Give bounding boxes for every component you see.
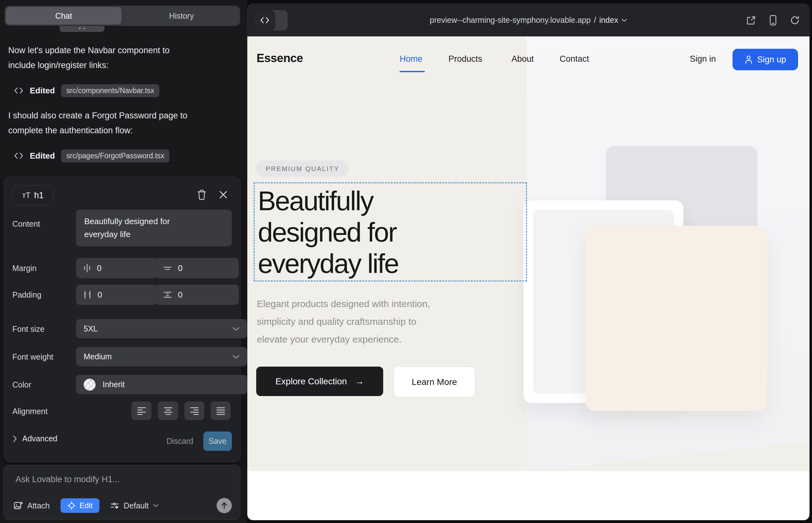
- color-value: Inherit: [103, 380, 124, 389]
- chat-history-tabs: Chat History: [4, 6, 240, 26]
- element-selection-outline: [254, 182, 527, 282]
- margin-x-input[interactable]: 0: [76, 258, 157, 278]
- font-weight-select[interactable]: Medium: [76, 347, 247, 366]
- preview-url: preview--charming-site-symphony.lovable.…: [430, 16, 590, 25]
- save-label: Save: [209, 437, 227, 446]
- user-icon: [744, 55, 753, 64]
- attach-button[interactable]: Attach: [13, 501, 50, 510]
- composer-toolbar: Attach Edit Default: [13, 497, 232, 514]
- align-center-button[interactable]: [158, 401, 178, 420]
- padding-x-input[interactable]: 0: [76, 285, 157, 305]
- hero-description-line: elevate your everyday experience.: [257, 330, 430, 348]
- send-button[interactable]: [217, 498, 232, 513]
- color-label: Color: [12, 380, 31, 390]
- arrow-right-icon: →: [355, 376, 364, 386]
- composer-placeholder: Ask Lovable to modify H1...: [16, 474, 120, 484]
- padding-y-input[interactable]: 0: [156, 285, 239, 305]
- selected-element-badge: ᴛT h1: [12, 185, 54, 205]
- advanced-label: Advanced: [22, 434, 57, 443]
- edited-file-row: Edited src/components/Navbar.tsx: [14, 83, 159, 98]
- delete-element-button[interactable]: [194, 186, 210, 203]
- color-select[interactable]: Inherit: [76, 375, 247, 394]
- advanced-expander[interactable]: Advanced: [13, 434, 57, 443]
- chat-message-line: complete the authentication flow:: [8, 123, 237, 138]
- chat-message: I should also create a Forgot Password p…: [8, 108, 237, 138]
- chevron-right-icon: [13, 435, 17, 442]
- site-logo[interactable]: Essence: [257, 52, 303, 65]
- chat-message-line: Now let's update the Navbar component to: [8, 43, 237, 58]
- url-bar[interactable]: preview--charming-site-symphony.lovable.…: [247, 4, 810, 36]
- tab-chat[interactable]: Chat: [6, 7, 122, 25]
- margin-vertical-icon: [163, 264, 172, 272]
- font-weight-value: Medium: [84, 352, 112, 361]
- font-weight-label: Font weight: [12, 353, 53, 362]
- content-input[interactable]: Beautifully designed for everyday life: [76, 210, 232, 246]
- dot: [79, 28, 81, 29]
- padding-y-value: 0: [178, 290, 182, 300]
- explore-collection-button[interactable]: Explore Collection →: [256, 366, 383, 396]
- element-editor-panel: ᴛT h1 Content Beautifully designed for e…: [4, 177, 241, 462]
- discard-label: Discard: [166, 437, 194, 446]
- align-left-button[interactable]: [131, 401, 152, 420]
- learn-more-button[interactable]: Learn More: [394, 366, 475, 397]
- element-tag-label: h1: [34, 191, 44, 200]
- open-external-icon[interactable]: [746, 15, 756, 25]
- chevron-down-icon: [232, 327, 240, 331]
- target-icon: [68, 502, 76, 510]
- align-right-button[interactable]: [184, 401, 204, 420]
- url-separator: /: [594, 16, 596, 25]
- browser-toolbar: preview--charming-site-symphony.lovable.…: [247, 4, 810, 36]
- edit-mode-button[interactable]: Edit: [60, 498, 100, 513]
- sign-up-button[interactable]: Sign up: [732, 49, 798, 70]
- chevron-down-icon: [153, 504, 159, 507]
- padding-x-value: 0: [98, 290, 102, 300]
- save-button[interactable]: Save: [203, 432, 232, 451]
- file-chip[interactable]: src/pages/ForgotPassword.tsx: [61, 149, 169, 162]
- code-icon: [14, 152, 23, 160]
- mobile-view-icon[interactable]: [769, 15, 777, 26]
- tab-history[interactable]: History: [124, 6, 239, 26]
- preview-browser-window: preview--charming-site-symphony.lovable.…: [247, 4, 810, 520]
- sign-up-label: Sign up: [757, 55, 786, 65]
- chat-message: Now let's update the Navbar component to…: [8, 43, 237, 73]
- scrolled-chip-partial: [59, 26, 105, 32]
- decorative-card-cream: [586, 226, 767, 411]
- site-viewport: Essence Home Products About Contact Sign…: [247, 36, 810, 520]
- padding-label: Padding: [12, 290, 41, 300]
- edit-label: Edit: [80, 501, 92, 510]
- browser-actions: [746, 4, 800, 36]
- margin-x-value: 0: [97, 264, 101, 273]
- chat-composer[interactable]: Ask Lovable to modify H1... Attach: [3, 465, 240, 520]
- color-swatch: [84, 379, 96, 391]
- default-mode-button[interactable]: Default: [110, 501, 159, 510]
- content-line: everyday life: [84, 228, 170, 241]
- file-chip[interactable]: src/components/Navbar.tsx: [61, 84, 159, 97]
- edited-file-row: Edited src/pages/ForgotPassword.tsx: [14, 148, 170, 163]
- font-size-label: Font size: [12, 325, 44, 334]
- edited-label: Edited: [30, 151, 55, 161]
- margin-label: Margin: [12, 264, 36, 273]
- font-size-select[interactable]: 5XL: [76, 319, 247, 339]
- hero-description-line: simplicity and quality craftsmanship to: [257, 313, 430, 330]
- padding-horizontal-icon: [83, 290, 92, 300]
- nav-link-products[interactable]: Products: [448, 54, 482, 64]
- align-justify-button[interactable]: [211, 401, 231, 420]
- nav-link-home[interactable]: Home: [400, 54, 422, 64]
- typography-icon: ᴛT: [22, 191, 30, 200]
- font-size-value: 5XL: [84, 324, 98, 333]
- hero-description-line: Elegant products designed with intention…: [257, 295, 430, 313]
- refresh-icon[interactable]: [790, 15, 800, 25]
- sign-in-link[interactable]: Sign in: [690, 54, 716, 64]
- tab-history-label: History: [169, 12, 194, 21]
- nav-link-contact[interactable]: Contact: [560, 54, 589, 64]
- margin-y-input[interactable]: 0: [156, 258, 239, 278]
- hero-description: Elegant products designed with intention…: [257, 295, 430, 348]
- nav-link-about[interactable]: About: [511, 54, 534, 64]
- discard-button[interactable]: Discard: [162, 432, 197, 451]
- sliders-icon: [110, 501, 119, 510]
- explore-collection-label: Explore Collection: [276, 376, 347, 386]
- url-path: index: [599, 16, 618, 25]
- attach-label: Attach: [27, 501, 50, 510]
- nav-active-underline: [400, 71, 425, 72]
- close-panel-button[interactable]: [215, 186, 231, 203]
